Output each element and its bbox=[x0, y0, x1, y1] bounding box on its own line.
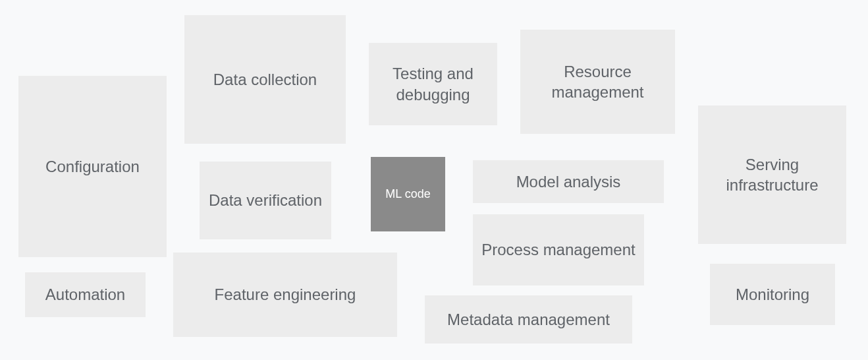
box-label: Configuration bbox=[45, 156, 140, 177]
box-ml-code: ML code bbox=[371, 157, 445, 231]
box-label: ML code bbox=[385, 187, 430, 202]
box-process-management: Process management bbox=[473, 214, 644, 285]
box-metadata-management: Metadata management bbox=[425, 295, 632, 344]
box-model-analysis: Model analysis bbox=[473, 160, 664, 203]
box-testing-debugging: Testing and debugging bbox=[369, 43, 497, 125]
box-serving-infrastructure: Serving infrastructure bbox=[698, 105, 846, 244]
box-label: Metadata management bbox=[447, 309, 610, 330]
box-label: Model analysis bbox=[516, 171, 621, 192]
box-label: Process management bbox=[481, 239, 635, 260]
box-data-collection: Data collection bbox=[184, 15, 346, 144]
box-label: Feature engineering bbox=[215, 284, 356, 305]
box-data-verification: Data verification bbox=[200, 162, 331, 239]
box-label: Testing and debugging bbox=[375, 63, 491, 104]
box-label: Serving infrastructure bbox=[705, 154, 840, 195]
box-label: Data collection bbox=[213, 69, 317, 90]
box-label: Data verification bbox=[209, 190, 322, 210]
box-label: Monitoring bbox=[736, 284, 809, 305]
box-automation: Automation bbox=[25, 272, 146, 317]
box-configuration: Configuration bbox=[18, 76, 167, 257]
box-label: Resource management bbox=[527, 61, 668, 102]
box-feature-engineering: Feature engineering bbox=[173, 253, 397, 337]
box-monitoring: Monitoring bbox=[710, 264, 835, 325]
box-label: Automation bbox=[45, 284, 125, 305]
box-resource-management: Resource management bbox=[520, 30, 675, 134]
